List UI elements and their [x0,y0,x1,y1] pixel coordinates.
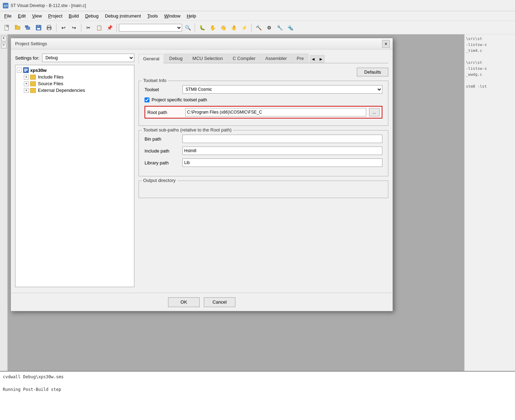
tab-general[interactable]: General [139,54,164,63]
toolbar-sep-1 [56,23,56,32]
toolbar-debug2[interactable]: ✋ [208,23,218,33]
tree-label-source[interactable]: Source Files [38,81,63,86]
right-line-3: _tim4.c [466,48,514,54]
root-path-label: Root path [147,110,182,115]
bottom-line-3: Running Post-Build step [3,386,512,393]
menu-tools[interactable]: Tools [145,12,161,20]
tree-expand-root[interactable]: - [17,68,22,73]
toolbar-build3[interactable]: 🔧 [275,23,285,33]
menu-project[interactable]: Project [45,12,65,20]
right-line-8 [466,77,514,83]
toolbar-search-dropdown[interactable] [119,24,182,32]
tabs-container: General Debug MCU Selection C Compiler A… [139,54,388,63]
bin-path-input[interactable] [182,135,382,143]
dialog-right-pane: General Debug MCU Selection C Compiler A… [139,54,388,289]
right-line-7: _wwdg.c [466,72,514,77]
lib-path-row: Library path [145,158,382,167]
tree-node-source[interactable]: + Source Files [17,80,133,87]
toolbar-copy[interactable]: 📋 [94,23,104,33]
lib-path-label: Library path [145,160,180,165]
root-path-input[interactable] [185,108,366,116]
dialog-left-pane: Settings for: Debug - [15,54,134,289]
include-path-label: Include path [145,148,180,154]
toolset-dropdown[interactable]: STM8 Cosmic [182,85,382,94]
right-line-9: stm8 -lst [466,83,514,89]
menu-window[interactable]: Window [161,12,183,20]
toolbar-workspace[interactable] [23,23,33,33]
root-path-row: Root path ... [145,106,382,118]
tab-nav-right[interactable]: ▶ [317,55,325,63]
app-icon: ST [3,3,8,8]
output-dir-group: Output directory [139,181,388,198]
tree-label-include[interactable]: Include Files [38,74,63,80]
toolbar-cut[interactable]: ✂ [83,23,93,33]
right-line-4 [466,54,514,60]
dialog-content: Settings for: Debug - [11,49,393,293]
tab-assembler[interactable]: Assembler [261,54,291,63]
subpaths-group: Toolset sub-paths (relative to the Root … [139,130,388,176]
settings-for-dropdown[interactable]: Debug [42,54,134,62]
include-path-input[interactable] [182,147,382,155]
defaults-button[interactable]: Defaults [357,68,388,76]
toolbar-debug1[interactable]: 🐛 [197,23,207,33]
project-settings-dialog: Project Settings × Settings for: Debug - [11,38,393,311]
tab-pre[interactable]: Pre [292,54,308,63]
left-panel-x-btn[interactable]: x [1,36,7,41]
title-bar-text: ST Visual Develop - B-112.stw - [main.c] [11,3,86,8]
left-panel-arrow-btn[interactable]: > [1,43,7,48]
cancel-button[interactable]: Cancel [204,297,235,307]
dialog-close-button[interactable]: × [382,40,390,48]
toolbar-build1[interactable]: 🔨 [254,23,263,33]
tree-node-include[interactable]: + Include Files [17,74,133,80]
toolbar-search[interactable]: 🔍 [183,23,193,33]
menu-help[interactable]: Help [184,12,199,20]
tab-mcu[interactable]: MCU Selection [188,54,228,63]
right-line-6: -listsw-s [466,66,514,72]
menu-debug[interactable]: Debug [82,12,101,20]
tab-compiler[interactable]: C Compiler [228,54,260,63]
menu-debug-instrument[interactable]: Debug instrument [102,12,144,20]
svg-rect-13 [48,25,51,27]
toolbar-build4[interactable]: 🔩 [285,23,295,33]
toolbar-debug4[interactable]: 🤚 [229,23,239,33]
tree-expand-include[interactable]: + [24,75,29,80]
ok-button[interactable]: OK [168,297,200,307]
menu-view[interactable]: View [29,12,45,20]
tree-expand-external[interactable]: + [24,88,29,93]
toolset-info-group: Toolset Info Toolset STM8 Cosmic Project… [139,81,388,126]
menu-edit[interactable]: Edit [15,12,28,20]
menu-file[interactable]: File [1,12,14,20]
toolbar-undo[interactable]: ↩ [59,23,68,33]
tree-label-external[interactable]: External Dependencies [38,88,85,93]
toolbar-paste[interactable]: 📌 [105,23,114,33]
tree-label-root[interactable]: xps30w [30,68,47,73]
toolbar-build2[interactable]: ⚙ [264,23,274,33]
tree-node-external[interactable]: + External Dependencies [17,87,133,94]
toolbar-new[interactable] [2,23,12,33]
defaults-row: Defaults [139,68,388,76]
bottom-line-2 [3,380,512,386]
root-path-browse-button[interactable]: ... [369,108,380,116]
folder-icon-source [30,81,36,86]
lib-path-input[interactable] [182,158,382,167]
tab-debug[interactable]: Debug [165,54,187,63]
tree-expand-source[interactable]: + [24,81,29,86]
toolbar-debug5[interactable]: ⚡ [239,23,249,33]
toolbar-open[interactable] [13,23,22,33]
tree-node-root[interactable]: - xps30w [17,67,133,74]
svg-rect-14 [48,28,51,30]
toolbar-print[interactable] [44,23,54,33]
toolbar-save[interactable] [34,23,44,33]
svg-rect-17 [24,70,28,70]
main-area: x > Project Settings × Settings for: Deb… [0,34,515,371]
toolbar-redo[interactable]: ↪ [69,23,79,33]
toolbar-sep-2 [81,23,81,32]
project-specific-checkbox[interactable] [145,97,149,102]
menu-bar: File Edit View Project Build Debug Debug… [0,11,515,21]
toolbar-debug3[interactable]: 👋 [218,23,228,33]
tab-nav-left[interactable]: ◀ [310,55,317,63]
bin-path-row: Bin path [145,135,382,143]
output-dir-label: Output directory [142,178,177,183]
bottom-line-1: cvdwall Debug\xps30w.sms [3,374,512,380]
menu-build[interactable]: Build [66,12,82,20]
